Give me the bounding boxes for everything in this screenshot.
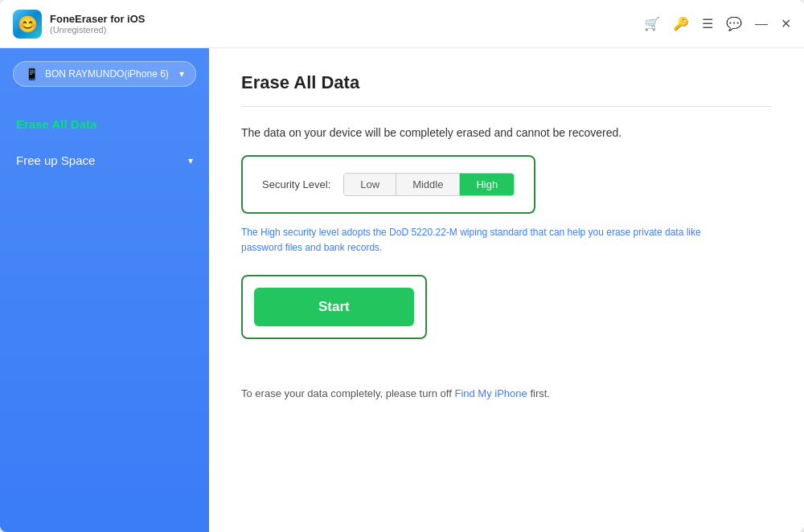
title-bar: 😊 FoneEraser for iOS (Unregistered) 🛒 🔑 … [0, 0, 804, 48]
app-icon: 😊 [13, 10, 42, 39]
device-icon: 📱 [25, 68, 39, 80]
page-title: Erase All Data [241, 72, 772, 93]
security-buttons: Low Middle High [343, 173, 515, 196]
security-label: Security Level: [262, 178, 330, 190]
minimize-button[interactable]: — [755, 17, 768, 31]
app-sub: (Unregistered) [50, 25, 145, 35]
cart-icon[interactable]: 🛒 [644, 16, 660, 31]
app-window: 😊 FoneEraser for iOS (Unregistered) 🛒 🔑 … [0, 0, 804, 532]
sidebar-item-erase-all-data[interactable]: Erase All Data [0, 106, 209, 142]
chat-icon[interactable]: 💬 [726, 16, 742, 31]
security-high-button[interactable]: High [460, 174, 514, 195]
device-selector[interactable]: 📱 BON RAYMUNDO(iPhone 6) ▾ [13, 61, 196, 87]
close-button[interactable]: ✕ [781, 16, 791, 31]
title-bar-right: 🛒 🔑 ☰ 💬 — ✕ [644, 16, 791, 31]
start-button-box: Start [241, 275, 427, 339]
chevron-down-icon: ▾ [179, 68, 184, 80]
device-name: BON RAYMUNDO(iPhone 6) [45, 68, 173, 80]
security-level-box: Security Level: Low Middle High [241, 155, 535, 214]
bottom-note-suffix: first. [527, 387, 550, 399]
title-bar-left: 😊 FoneEraser for iOS (Unregistered) [13, 10, 644, 39]
chevron-right-icon: ▾ [188, 155, 193, 166]
find-my-iphone-link[interactable]: Find My iPhone [454, 387, 527, 399]
app-info: FoneEraser for iOS (Unregistered) [50, 13, 145, 35]
sidebar: 📱 BON RAYMUNDO(iPhone 6) ▾ Erase All Dat… [0, 48, 209, 532]
key-icon[interactable]: 🔑 [673, 16, 689, 31]
divider [241, 106, 772, 107]
main-layout: 📱 BON RAYMUNDO(iPhone 6) ▾ Erase All Dat… [0, 48, 804, 532]
bottom-note-text: To erase your data completely, please tu… [241, 387, 454, 399]
bottom-note: To erase your data completely, please tu… [241, 387, 772, 399]
content-area: Erase All Data The data on your device w… [209, 48, 804, 532]
menu-icon[interactable]: ☰ [702, 16, 713, 31]
security-low-button[interactable]: Low [344, 174, 396, 195]
security-description: The High security level adopts the DoD 5… [241, 225, 740, 256]
start-button[interactable]: Start [254, 288, 414, 326]
sidebar-item-free-up-space[interactable]: Free up Space ▾ [0, 142, 209, 178]
app-name: FoneEraser for iOS [50, 13, 145, 25]
warning-text: The data on your device will be complete… [241, 126, 772, 139]
sidebar-item-free-label: Free up Space [16, 153, 95, 167]
sidebar-item-erase-label: Erase All Data [16, 117, 96, 131]
security-middle-button[interactable]: Middle [396, 174, 460, 195]
